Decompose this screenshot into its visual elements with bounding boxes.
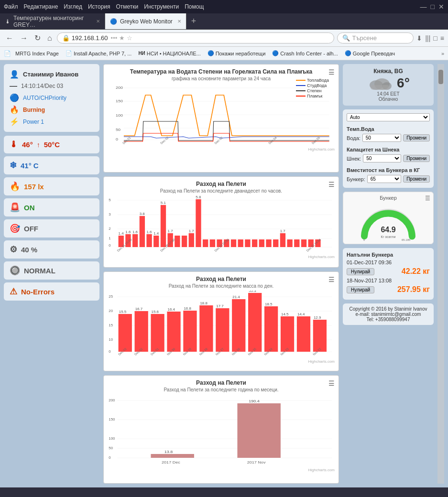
- bookmark-icon-3: 🔵: [208, 50, 214, 56]
- voda-btn[interactable]: Промени: [403, 134, 430, 141]
- tab-greyko[interactable]: 🔵 Greyko Web Monitor ✕: [105, 13, 186, 29]
- maximize-button[interactable]: □: [431, 3, 435, 11]
- menu-help[interactable]: Помощ: [185, 3, 204, 10]
- svg-rect-58: [280, 233, 285, 247]
- bunker-date-1: 01-Dec-2017 09:36: [347, 259, 392, 265]
- scroll-thumb[interactable]: [438, 70, 443, 84]
- daily-chart-subtitle: Разход на Пелети за последните масса по …: [108, 283, 335, 289]
- voda-select[interactable]: 50: [362, 134, 401, 142]
- valve-value: OFF: [24, 225, 38, 233]
- url-bar[interactable]: 🔒 192.168.1.60 ••• ★ ☆: [57, 32, 335, 43]
- tab-temperature[interactable]: 🌡 Температурен мониторинг GREY… ✕: [0, 13, 105, 29]
- status-card-mode: 🔘 NORMAL: [4, 261, 99, 280]
- svg-text:21.4: 21.4: [232, 295, 240, 299]
- svg-text:1.7: 1.7: [189, 229, 194, 233]
- close-button[interactable]: ✕: [438, 3, 444, 11]
- hourly-chart-menu[interactable]: ☰: [328, 181, 335, 188]
- tab-close-2[interactable]: ✕: [177, 19, 181, 24]
- temp-chart-menu[interactable]: ☰: [328, 68, 335, 76]
- svg-text:1.4: 1.4: [119, 231, 124, 235]
- bookmark-google[interactable]: 🔵 Google Преводач: [342, 49, 397, 57]
- svg-text:Dec 04: Dec 04: [268, 136, 278, 144]
- menu-bar[interactable]: Файл Редактиране Изглед История Отметки …: [4, 3, 204, 10]
- svg-text:5.8: 5.8: [196, 195, 201, 199]
- menu-file[interactable]: Файл: [4, 3, 18, 10]
- fan-value: 40 %: [21, 246, 37, 254]
- bookmarks-icon[interactable]: |||: [425, 34, 430, 42]
- tab-close-1[interactable]: ✕: [96, 19, 100, 24]
- temp-chart-title: Температура на Водата Степени на Горелка…: [108, 68, 335, 75]
- back-button[interactable]: ←: [4, 33, 15, 43]
- bookmark-apache[interactable]: 📄 Install Apache, PHP 7, ...: [63, 49, 134, 57]
- svg-rect-51: [231, 239, 236, 247]
- new-tab-button[interactable]: +: [186, 13, 201, 29]
- daily-chart-watermark: Highcharts.com: [108, 359, 335, 364]
- daily-chart-menu[interactable]: ☰: [328, 276, 335, 283]
- svg-rect-91: [216, 308, 229, 352]
- monthly-chart-menu[interactable]: ☰: [328, 379, 335, 387]
- bunker-reset-btn-2[interactable]: Нулирай: [347, 286, 374, 293]
- bookmark-crash[interactable]: 🔵 Crash Info Center - alh...: [270, 49, 340, 57]
- copyright-line3: Tel: +359088099947: [347, 317, 430, 322]
- svg-rect-35: [153, 236, 159, 247]
- menu-icon[interactable]: ≡: [440, 34, 444, 42]
- download-icon[interactable]: ⬇: [416, 34, 422, 42]
- monthly-pellet-chart-box: ☰ Разход на Пелети Разход на Пелети за п…: [103, 375, 339, 484]
- home-button[interactable]: ⌂: [45, 33, 54, 43]
- error-icon: ⚠: [10, 286, 17, 297]
- auto-select[interactable]: Auto: [347, 113, 430, 121]
- scrollbar[interactable]: [437, 64, 444, 484]
- svg-rect-95: [248, 293, 262, 352]
- weather-temp: 6°: [397, 76, 410, 91]
- svg-rect-93: [232, 299, 245, 352]
- menu-edit[interactable]: Редактиране: [24, 3, 58, 10]
- bunker-reset-btn-1[interactable]: Нулирай: [347, 268, 374, 275]
- bookmark-mrtg[interactable]: MRTG Index Page: [13, 50, 61, 57]
- svg-text:65.185: 65.185: [402, 238, 411, 241]
- forward-button[interactable]: →: [18, 33, 30, 43]
- bookmark-pokaji[interactable]: 🔵 Покажи неработещи: [205, 49, 268, 57]
- svg-rect-136: [371, 85, 390, 90]
- svg-rect-62: [301, 239, 306, 247]
- reload-button[interactable]: ↻: [33, 32, 43, 43]
- svg-rect-54: [252, 239, 257, 247]
- weather-location: Княжа, BG: [347, 68, 430, 75]
- hourly-pellet-chart-svg: 5 3 2 1 0 1.4 1.6 1.6 3.8 1.6 1.4 5.1 1.…: [108, 195, 335, 253]
- menu-view[interactable]: Изглед: [64, 3, 82, 10]
- gauge-menu[interactable]: ☰: [425, 195, 430, 202]
- svg-rect-47: [203, 239, 208, 247]
- sync-icon[interactable]: □: [433, 34, 437, 42]
- bookmark-nsi[interactable]: НИ НСИ • НАЦИОНАЛЕ...: [136, 50, 203, 57]
- tab-favicon-2: 🔵: [110, 18, 117, 25]
- svg-text:16.8: 16.8: [184, 307, 191, 311]
- svg-text:Dec 05: Dec 05: [311, 136, 321, 144]
- svg-rect-53: [245, 239, 250, 247]
- menu-tools[interactable]: Инструменти: [144, 3, 179, 10]
- bunker-select[interactable]: 65: [367, 175, 401, 183]
- shnek-select[interactable]: 50: [363, 154, 401, 162]
- shnek-btn[interactable]: Промени: [403, 155, 430, 162]
- daily-pellet-chart-box: ☰ Разход на Пелети Разход на Пелети за п…: [103, 271, 339, 371]
- legend-hot-water: ТоплаВода: [307, 78, 329, 83]
- hourly-chart-watermark: Highcharts.com: [108, 255, 335, 259]
- weather-desc: Облачно: [347, 97, 430, 102]
- status-card-pump: 🚨 ON: [4, 198, 99, 216]
- svg-rect-43: [189, 233, 194, 247]
- svg-text:150: 150: [116, 99, 123, 103]
- menu-history[interactable]: История: [88, 3, 110, 10]
- hourly-pellet-chart-box: ☰ Разход на Пелети Разход на Пелети за п…: [103, 176, 339, 268]
- search-placeholder: Търсене: [352, 34, 376, 42]
- search-box[interactable]: 🔍 Търсене: [337, 32, 414, 43]
- window-controls[interactable]: — □ ✕: [420, 3, 444, 11]
- svg-rect-42: [182, 236, 187, 247]
- minimize-button[interactable]: —: [420, 3, 427, 11]
- monthly-pellet-chart-svg: 200 150 100 50 0 13.8 190.4 2017 Dec: [108, 394, 335, 466]
- voda-label: Вода:: [347, 135, 361, 141]
- user-avatar-icon: 👤: [10, 70, 19, 79]
- gauge-container: 64.9 Кг осатли 0 65.185: [346, 203, 430, 241]
- more-bookmarks-icon[interactable]: »: [441, 51, 444, 56]
- daily-chart-title: Разход на Пелети: [108, 276, 335, 282]
- bunker-btn[interactable]: Промени: [403, 175, 430, 183]
- menu-bookmarks[interactable]: Отметки: [116, 3, 139, 10]
- monthly-chart-subtitle: Разход на Пелети за последните година по…: [108, 387, 335, 392]
